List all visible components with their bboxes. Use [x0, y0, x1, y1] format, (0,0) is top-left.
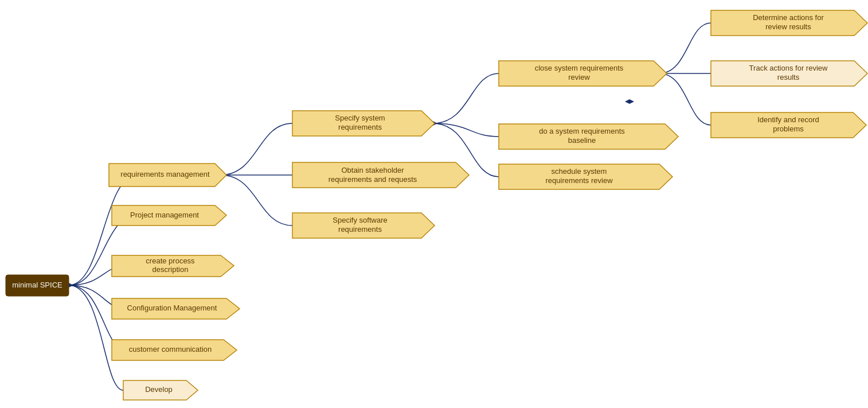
specify-sys-label2: requirements [338, 123, 382, 131]
create-proc-label: create process [146, 257, 195, 265]
req-mgmt-label: requirements management [120, 170, 210, 178]
identify-label1: Identify and record [757, 115, 819, 124]
cust-comm-label: customer communication [129, 345, 212, 353]
do-sys-label2: baseline [568, 136, 596, 145]
obtain-stake-label2: requirements and requests [329, 175, 417, 184]
root-node-label: minimal SPICE [12, 281, 62, 289]
edge-specify-close [433, 73, 499, 123]
track-label2: results [777, 73, 800, 81]
determine-label1: Determine actions for [753, 13, 824, 22]
determine-label2: review results [765, 22, 811, 31]
identify-label2: problems [773, 125, 804, 133]
specify-soft-label1: Specify software [333, 216, 387, 224]
obtain-stake-label1: Obtain stakeholder [341, 166, 404, 174]
edge-close-determine [659, 23, 711, 73]
specify-soft-label2: requirements [338, 225, 382, 234]
edge-req-specifysoft [221, 175, 292, 226]
config-mgmt-label: Configuration Management [127, 304, 217, 312]
close-sys-label1: close system requirements [535, 64, 624, 72]
create-proc-label2: description [153, 265, 189, 274]
schedule-sys-label1: schedule system [552, 167, 607, 176]
track-label1: Track actions for review [749, 64, 828, 72]
schedule-sys-label2: requirements review [545, 176, 613, 185]
specify-sys-label1: Specify system [335, 114, 385, 122]
mind-map-svg: minimal SPICE requirements management Pr… [0, 0, 868, 408]
close-sys-label2: review [568, 73, 590, 81]
diamond-close2 [625, 99, 634, 104]
edge-req-specify [221, 123, 292, 175]
develop-label: Develop [145, 385, 173, 394]
edge-close-identify [659, 73, 711, 125]
proj-mgmt-label: Project management [130, 211, 199, 219]
do-sys-label1: do a system requirements [539, 127, 625, 135]
edge-specify-do [433, 123, 499, 137]
